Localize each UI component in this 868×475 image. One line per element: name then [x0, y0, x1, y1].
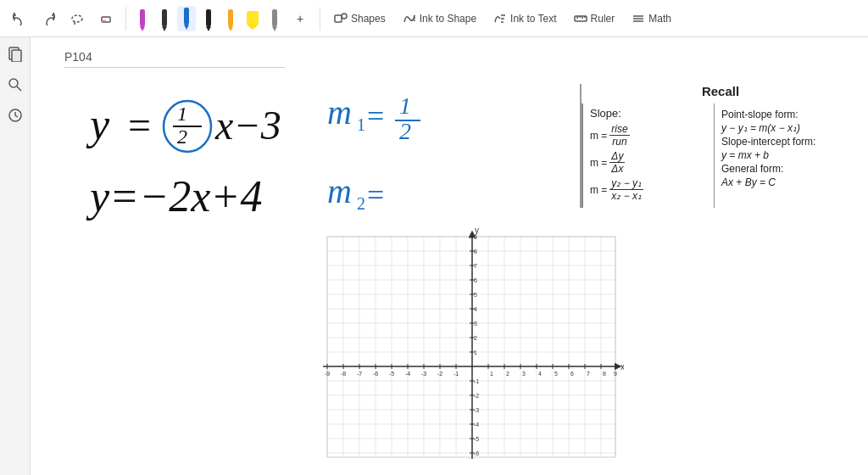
svg-text:1: 1	[490, 371, 493, 377]
ruler-button[interactable]: Ruler	[567, 6, 622, 31]
formula1-prefix: m =	[590, 130, 607, 142]
toolbar: + Shapes Ink to Shape Ink to Text Ruler …	[0, 0, 868, 37]
page-underline	[64, 67, 285, 68]
pen-gray[interactable]	[265, 6, 284, 31]
fraction-denominator-x: x₂ − x₁	[609, 190, 643, 202]
lasso-button[interactable]	[64, 6, 90, 31]
recall-panel: Recall Slope: m = rise run m = Δy Δx	[580, 84, 860, 208]
svg-marker-7	[162, 26, 167, 31]
separator-1	[125, 7, 126, 31]
formula3-prefix: m =	[590, 184, 607, 196]
formula2-prefix: m =	[590, 157, 607, 169]
page-label: P104	[64, 50, 92, 64]
forms-column: Point-slope form: y − y₁ = m(x − x₁) Slo…	[715, 103, 860, 208]
svg-rect-3	[102, 20, 106, 22]
svg-rect-10	[206, 9, 211, 26]
svg-rect-16	[272, 9, 277, 26]
svg-text:-2: -2	[437, 371, 442, 377]
svg-text:-4: -4	[405, 371, 410, 377]
svg-marker-17	[272, 26, 277, 31]
svg-text:1: 1	[177, 103, 187, 125]
search-icon[interactable]	[5, 75, 25, 95]
pen-dark2[interactable]	[199, 6, 218, 31]
fraction-rise-run: rise run	[609, 123, 629, 148]
svg-text:2: 2	[399, 118, 411, 144]
svg-marker-13	[228, 26, 233, 31]
svg-text:=: =	[367, 178, 384, 212]
svg-text:=: =	[367, 99, 384, 133]
slope-intercept-label: Slope-intercept form:	[721, 136, 853, 148]
svg-text:-1: -1	[453, 371, 459, 377]
svg-marker-15	[247, 25, 259, 30]
svg-text:y: y	[86, 100, 110, 148]
svg-rect-4	[140, 9, 145, 26]
fraction-denominator-run: run	[610, 136, 628, 148]
general-formula: Ax + By = C	[721, 176, 853, 188]
fraction-numerator-rise: rise	[609, 123, 629, 136]
ink-to-shape-button[interactable]: Ink to Shape	[396, 6, 483, 31]
recall-content: Slope: m = rise run m = Δy Δx m =	[581, 103, 860, 208]
slope-heading: Slope:	[590, 107, 707, 120]
ink-to-text-button[interactable]: Ink to Text	[487, 6, 563, 31]
svg-point-0	[72, 15, 82, 22]
svg-text:4: 4	[538, 371, 542, 377]
slope-formula-2: m = Δy Δx	[590, 150, 707, 175]
svg-text:7: 7	[587, 371, 590, 377]
main-canvas[interactable]: P104 y = 1 2 x−3 m 1 = 1 2 y=−2x+4 m 2 =…	[31, 37, 868, 475]
add-pen-button[interactable]: +	[287, 6, 313, 31]
svg-text:5: 5	[554, 371, 558, 377]
svg-text:m: m	[327, 172, 352, 210]
general-label: General form:	[721, 163, 853, 175]
svg-text:x−3: x−3	[214, 103, 281, 148]
svg-marker-9	[184, 25, 189, 30]
svg-text:2: 2	[357, 194, 365, 213]
slope-formula-1: m = rise run	[590, 123, 707, 148]
slope-formula-3: m = y₂ − y₁ x₂ − x₁	[590, 177, 707, 202]
svg-text:-8: -8	[341, 371, 346, 377]
fraction-numerator-dy: Δy	[609, 150, 625, 163]
fraction-numerator-y: y₂ − y₁	[609, 177, 643, 190]
point-slope-label: Point-slope form:	[721, 109, 853, 120]
svg-rect-8	[184, 8, 189, 25]
left-sidebar	[0, 37, 31, 475]
eraser-button[interactable]	[93, 6, 119, 31]
history-icon[interactable]	[5, 105, 25, 126]
svg-text:1: 1	[399, 92, 411, 119]
svg-marker-5	[140, 26, 145, 31]
svg-line-31	[17, 87, 21, 91]
pen-orange[interactable]	[221, 6, 240, 31]
shapes-button[interactable]: Shapes	[327, 6, 392, 31]
slope-intercept-formula: y = mx + b	[721, 149, 853, 161]
fraction-delta: Δy Δx	[609, 150, 625, 175]
point-slope-formula: y − y₁ = m(x − x₁)	[721, 122, 853, 134]
highlighter-yellow[interactable]	[243, 6, 262, 31]
svg-text:-5: -5	[389, 371, 394, 377]
redo-button[interactable]	[36, 6, 61, 31]
svg-marker-11	[206, 26, 211, 31]
svg-text:-9: -9	[325, 371, 330, 377]
svg-text:-7: -7	[357, 371, 362, 377]
pages-icon[interactable]	[5, 44, 25, 64]
pen-purple[interactable]	[133, 6, 152, 31]
graph-container: x y -9 -8 -7 -6 -5 -4 -3 -2 -1 1 2 3 4 5…	[319, 228, 624, 466]
svg-rect-6	[162, 9, 167, 26]
svg-rect-29	[12, 50, 21, 62]
recall-title: Recall	[581, 84, 860, 98]
separator-2	[320, 7, 320, 31]
undo-button[interactable]	[7, 6, 32, 31]
svg-text:2: 2	[177, 126, 187, 148]
pen-blue[interactable]	[177, 6, 196, 31]
svg-rect-12	[228, 9, 233, 26]
math-button[interactable]: Math	[625, 6, 678, 31]
pen-black[interactable]	[155, 6, 174, 31]
svg-point-19	[342, 14, 347, 19]
svg-rect-18	[335, 15, 342, 22]
fraction-coords: y₂ − y₁ x₂ − x₁	[609, 177, 643, 202]
svg-text:8: 8	[603, 371, 606, 377]
svg-text:6: 6	[570, 371, 574, 377]
svg-text:-6: -6	[373, 371, 378, 377]
svg-text:9: 9	[614, 371, 617, 377]
svg-rect-14	[247, 11, 259, 25]
svg-text:m: m	[327, 93, 352, 131]
svg-text:2: 2	[506, 371, 509, 377]
